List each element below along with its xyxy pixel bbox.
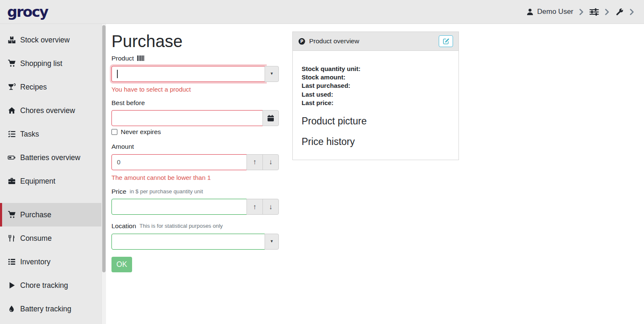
home-icon xyxy=(7,107,16,114)
sidebar-item-inventory[interactable]: Inventory xyxy=(0,250,101,274)
edit-icon xyxy=(443,38,450,45)
location-label: Location xyxy=(111,223,136,229)
sidebar-item-equipment[interactable]: Equipment xyxy=(0,169,101,193)
caret-down-icon: ▼ xyxy=(270,72,274,76)
last-price-line: Last price: xyxy=(302,99,450,107)
last-used-line: Last used: xyxy=(302,90,450,99)
shopping-cart-icon xyxy=(7,60,16,67)
sidebar-item-label: Stock overview xyxy=(20,36,70,45)
user-menu[interactable]: Demo User xyxy=(526,8,573,16)
sidebar-item-battery-tracking[interactable]: Battery tracking xyxy=(0,297,101,321)
sidebar-scrollbar-track xyxy=(101,24,106,324)
product-input[interactable] xyxy=(111,66,265,82)
page-title: Purchase xyxy=(111,32,279,51)
product-dropdown-button[interactable]: ▼ xyxy=(265,66,279,82)
calendar-button[interactable] xyxy=(262,110,279,126)
play-icon xyxy=(7,282,16,289)
edit-product-button[interactable] xyxy=(439,35,453,47)
wrench-icon xyxy=(615,8,624,16)
last-purchased-line: Last purchased: xyxy=(302,82,450,90)
card-title: Product overview xyxy=(309,37,359,45)
sidebar-item-chore-tracking[interactable]: Chore tracking xyxy=(0,274,101,297)
amount-increment-button[interactable]: ↑ xyxy=(246,154,263,170)
sidebar-item-purchase[interactable]: Purchase xyxy=(0,203,101,227)
sidebar-item-batteries-overview[interactable]: Batteries overview xyxy=(0,146,101,169)
battery-icon xyxy=(7,154,16,161)
list-icon xyxy=(7,258,16,266)
ok-button[interactable]: OK xyxy=(111,257,132,272)
sidebar-nav: Stock overview Shopping list Recipes xyxy=(0,24,101,324)
sidebar-item-label: Recipes xyxy=(20,83,47,92)
sidebar-item-label: Batteries overview xyxy=(20,153,80,162)
cocktail-icon xyxy=(7,83,16,91)
chevron-right-icon xyxy=(605,9,609,15)
best-before-label: Best before xyxy=(111,100,145,106)
sidebar-item-label: Chore tracking xyxy=(20,281,68,290)
user-label: Demo User xyxy=(537,8,573,16)
sidebar-item-recipes[interactable]: Recipes xyxy=(0,75,101,99)
sidebar-item-consume[interactable]: Consume xyxy=(0,227,101,250)
product-error-text: You have to select a product xyxy=(111,85,279,94)
amount-field-group: Amount ↑ ↓ The amount cannot be lower th… xyxy=(111,143,279,182)
user-icon xyxy=(526,8,534,16)
top-bar: grocy Demo User xyxy=(0,0,644,24)
location-input[interactable] xyxy=(111,234,265,250)
price-increment-button[interactable]: ↑ xyxy=(246,199,263,215)
calendar-icon xyxy=(267,115,274,122)
sidebar-item-label: Equipment xyxy=(20,177,56,186)
settings-menu[interactable] xyxy=(589,8,599,16)
caret-down-icon: ▼ xyxy=(270,240,274,243)
product-circle-icon: P xyxy=(298,38,305,45)
never-expires-label: Never expires xyxy=(121,128,161,136)
best-before-input[interactable] xyxy=(111,110,263,126)
chevron-right-icon xyxy=(630,9,634,15)
sidebar-item-label: Inventory xyxy=(20,258,50,266)
barcode-icon xyxy=(137,55,144,61)
purchase-form: Purchase Product ▼ You have to select a … xyxy=(111,32,279,272)
card-header: P Product overview xyxy=(293,32,458,51)
location-hint: This is for statistical purposes only xyxy=(140,223,223,229)
text-caret xyxy=(117,70,118,78)
amount-error-text: The amount cannot be lower than 1 xyxy=(111,173,279,182)
admin-menu[interactable] xyxy=(615,8,624,16)
location-dropdown-button[interactable]: ▼ xyxy=(265,234,279,250)
arrow-down-icon: ↓ xyxy=(269,203,273,211)
never-expires-row: Never expires xyxy=(111,128,279,136)
chevron-right-icon xyxy=(579,9,583,15)
tint-icon xyxy=(7,305,16,313)
utensils-icon xyxy=(7,234,16,242)
product-overview-panel: P Product overview Stock quantity unit: … xyxy=(292,32,459,160)
sidebar-item-label: Chores overview xyxy=(20,106,75,115)
product-picture-heading: Product picture xyxy=(302,115,450,128)
sidebar-item-label: Purchase xyxy=(20,211,51,219)
sidebar-item-label: Consume xyxy=(20,234,52,243)
sliders-icon xyxy=(589,8,599,16)
sidebar-item-shopping-list[interactable]: Shopping list xyxy=(0,52,101,75)
price-hint: in $ per purchase quantity unit xyxy=(130,189,203,194)
shopping-cart-icon xyxy=(7,211,16,219)
sidebar-item-label: Battery tracking xyxy=(20,305,72,313)
best-before-field-group: Best before Never expires xyxy=(111,100,279,136)
arrow-up-icon: ↑ xyxy=(253,158,257,166)
sidebar-scrollbar-thumb[interactable] xyxy=(102,25,106,272)
stock-amount-line: Stock amount: xyxy=(302,73,450,82)
product-overview-card: P Product overview Stock quantity unit: … xyxy=(292,32,459,160)
app-logo[interactable]: grocy xyxy=(7,5,48,19)
sidebar-item-chores-overview[interactable]: Chores overview xyxy=(0,99,101,122)
amount-decrement-button[interactable]: ↓ xyxy=(262,154,279,170)
amount-input[interactable] xyxy=(111,154,247,170)
sidebar-item-tasks[interactable]: Tasks xyxy=(0,122,101,146)
main-content: Purchase Product ▼ You have to select a … xyxy=(106,24,644,324)
stock-quantity-unit-line: Stock quantity unit: xyxy=(302,65,450,73)
sidebar-item-label: Shopping list xyxy=(20,59,62,68)
amount-label: Amount xyxy=(111,143,134,150)
price-input[interactable] xyxy=(111,199,247,215)
location-field-group: Location This is for statistical purpose… xyxy=(111,223,279,250)
never-expires-checkbox[interactable] xyxy=(111,129,117,135)
price-decrement-button[interactable]: ↓ xyxy=(262,199,279,215)
boxes-icon xyxy=(7,36,16,44)
arrow-down-icon: ↓ xyxy=(269,158,273,166)
sidebar-item-stock-overview[interactable]: Stock overview xyxy=(0,28,101,52)
price-history-heading: Price history xyxy=(302,136,450,148)
tasks-icon xyxy=(7,130,16,138)
